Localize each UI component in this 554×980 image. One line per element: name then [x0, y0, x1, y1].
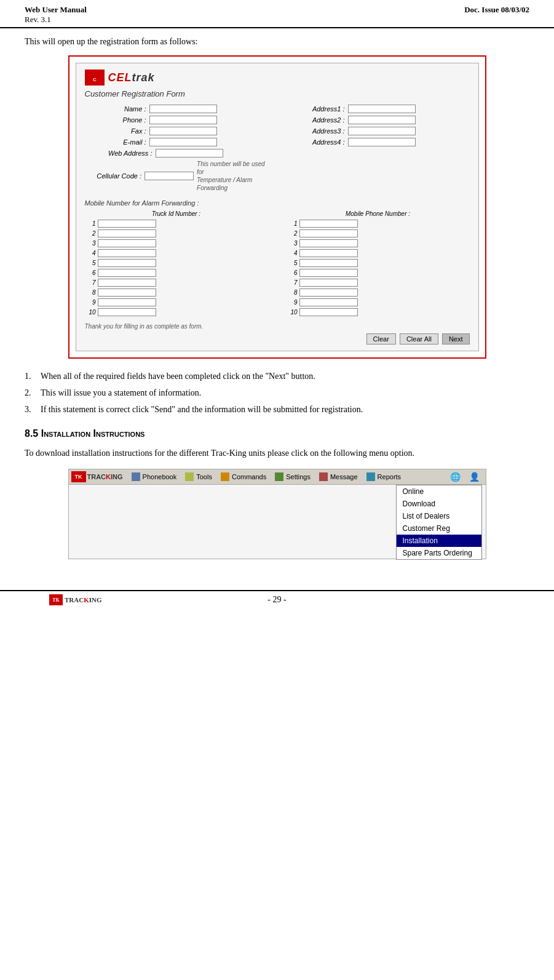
dropdown-list-dealers[interactable]: List of Dealers — [397, 510, 481, 522]
header-left: Web User Manual Rev. 3.1 — [25, 5, 87, 25]
input-addr3[interactable] — [348, 127, 416, 135]
menu-item-message[interactable]: Message — [315, 471, 362, 482]
message-icon — [319, 472, 328, 481]
input-addr2[interactable] — [348, 116, 416, 124]
menu-item-icon1[interactable]: 🌐 — [446, 471, 464, 483]
menu-label-message: Message — [330, 473, 358, 480]
doc-issue: Doc. Issue 08/03/02 — [464, 5, 529, 15]
truck-input-4[interactable] — [98, 249, 156, 257]
form-row-phone: Phone : — [85, 116, 271, 124]
input-cellular[interactable] — [144, 172, 194, 180]
mobile-row-1: 1 — [287, 220, 470, 228]
menu-item-reports[interactable]: Reports — [363, 471, 405, 482]
form-row-addr4: Address4 : — [283, 138, 470, 146]
dropdown-spare-parts[interactable]: Spare Parts Ordering — [397, 547, 481, 559]
input-addr1[interactable] — [348, 105, 416, 113]
clear-all-button[interactable]: Clear All — [400, 333, 438, 345]
logo-text: CELtrak — [108, 71, 155, 84]
commands-icon — [221, 472, 229, 481]
form-row-fax: Fax : — [85, 127, 271, 135]
footer-logo-text: TRACKING — [65, 596, 102, 604]
form-left-col: Name : Phone : Fax : E-mail : — [85, 105, 271, 194]
truck-input-10[interactable] — [98, 308, 156, 316]
mobile-input-10[interactable] — [299, 308, 358, 316]
mobile-input-3[interactable] — [299, 239, 358, 247]
main-content: This will open up the registration form … — [0, 31, 554, 572]
section-title: Installation Instructions — [41, 428, 145, 439]
form-footer-text: Thank you for filling in as complete as … — [85, 323, 470, 330]
mobile-row-7: 7 — [287, 279, 470, 287]
form-row-web: Web Address : — [85, 149, 271, 157]
logo-icon: C — [85, 70, 105, 86]
dropdown-customer-reg[interactable]: Customer Reg — [397, 522, 481, 535]
truck-row-10: 10 — [85, 308, 268, 316]
tk-logo-text: TRACKING — [87, 473, 123, 480]
mobile-row-6: 6 — [287, 269, 470, 277]
footer-logo-icon: TK — [49, 594, 63, 605]
truck-row-6: 6 — [85, 269, 268, 277]
form-row-addr3: Address3 : — [283, 127, 470, 135]
form-inner: C CELtrak Customer Registration Form Nam… — [76, 63, 479, 351]
dropdown-installation[interactable]: Installation — [397, 535, 481, 547]
truck-row-2: 2 — [85, 229, 268, 237]
mobile-input-5[interactable] — [299, 259, 358, 267]
input-name[interactable] — [149, 105, 217, 113]
menu-label-commands: Commands — [232, 473, 266, 480]
truck-input-2[interactable] — [98, 229, 156, 237]
truck-row-5: 5 — [85, 259, 268, 267]
truck-input-9[interactable] — [98, 298, 156, 306]
menu-item-icon2[interactable]: 👤 — [465, 471, 483, 483]
input-email[interactable] — [149, 138, 217, 146]
mobile-input-8[interactable] — [299, 289, 358, 297]
dropdown-online[interactable]: Online — [397, 485, 481, 498]
form-row-addr2: Address2 : — [283, 116, 470, 124]
tools-icon — [185, 472, 194, 481]
mobile-input-9[interactable] — [299, 298, 358, 306]
input-fax[interactable] — [149, 127, 217, 135]
menu-label-reports: Reports — [378, 473, 402, 480]
phonebook-icon — [132, 472, 140, 481]
truck-input-7[interactable] — [98, 279, 156, 287]
input-phone[interactable] — [149, 116, 217, 124]
mobile-row-9: 9 — [287, 298, 470, 306]
truck-input-5[interactable] — [98, 259, 156, 267]
menu-item-tools[interactable]: Tools — [181, 471, 216, 482]
section-num: 8.5 — [25, 428, 41, 439]
input-web[interactable] — [156, 149, 223, 157]
form-row-email: E-mail : — [85, 138, 271, 146]
input-addr4[interactable] — [348, 138, 416, 146]
menu-label-phonebook: Phonebook — [143, 473, 177, 480]
clear-button[interactable]: Clear — [366, 333, 396, 345]
truck-input-1[interactable] — [98, 220, 156, 228]
person-icon: 👤 — [469, 472, 480, 482]
truck-row-1: 1 — [85, 220, 268, 228]
form-title: Customer Registration Form — [85, 89, 470, 98]
truck-row-4: 4 — [85, 249, 268, 257]
mobile-section-title: Mobile Number for Alarm Forwarding : — [85, 199, 470, 207]
dropdown-download[interactable]: Download — [397, 498, 481, 510]
mobile-input-1[interactable] — [299, 220, 358, 228]
mobile-input-2[interactable] — [299, 229, 358, 237]
menu-item-phonebook[interactable]: Phonebook — [128, 471, 181, 482]
mobile-input-4[interactable] — [299, 249, 358, 257]
mobile-row-3: 3 — [287, 239, 470, 247]
truck-input-3[interactable] — [98, 239, 156, 247]
step-2: 2. This will issue you a statement of in… — [25, 386, 529, 399]
mobile-input-6[interactable] — [299, 269, 358, 277]
mobile-input-7[interactable] — [299, 279, 358, 287]
mobile-phone-col: Mobile Phone Number : 1 2 3 4 5 6 7 8 9 … — [287, 210, 470, 318]
next-button[interactable]: Next — [442, 333, 470, 345]
label-addr3: Address3 : — [283, 127, 345, 135]
settings-icon — [275, 472, 283, 481]
mobile-row-5: 5 — [287, 259, 470, 267]
truck-input-8[interactable] — [98, 289, 156, 297]
form-row-cellular: Cellular Code : This number will be used… — [85, 160, 271, 192]
mobile-col-title: Mobile Phone Number : — [287, 210, 470, 217]
steps-list: 1. When all of the required fields have … — [25, 370, 529, 416]
menu-item-settings[interactable]: Settings — [271, 471, 314, 482]
form-buttons: Clear Clear All Next — [85, 333, 470, 345]
manual-title: Web User Manual — [25, 5, 87, 15]
menu-item-commands[interactable]: Commands — [217, 471, 270, 482]
tk-logo-icon: TK — [71, 471, 86, 482]
truck-input-6[interactable] — [98, 269, 156, 277]
